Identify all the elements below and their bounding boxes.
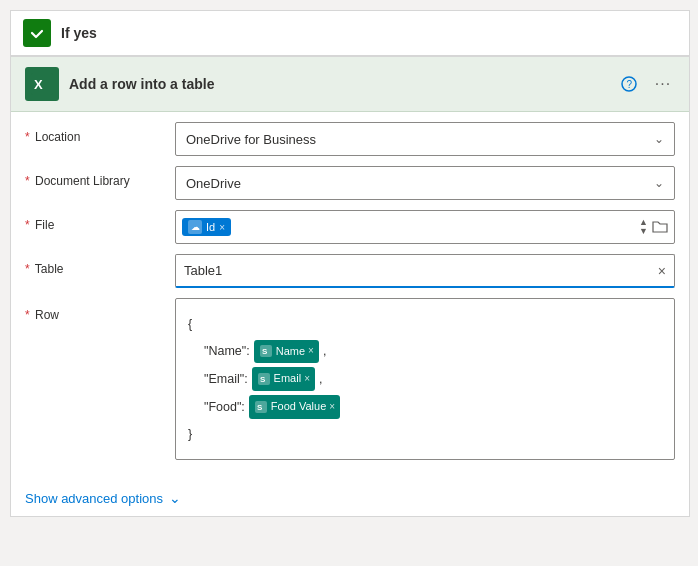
show-advanced-label: Show advanced options [25,491,163,506]
file-right-icons: ▲ ▼ [639,218,648,236]
location-control: OneDrive for Business ⌄ [175,122,675,156]
email-token-icon: S [257,372,271,386]
row-required-star: * [25,308,30,322]
row-close-brace-line: } [188,423,662,446]
location-chevron-icon: ⌄ [654,132,664,146]
food-token-text: Food Value [271,397,326,417]
open-brace-text: { [188,313,192,336]
table-clear-icon[interactable]: × [658,263,666,279]
table-control: Table1 × [175,254,675,288]
if-yes-check-icon [23,19,51,47]
location-select[interactable]: OneDrive for Business ⌄ [175,122,675,156]
header-actions: ? ··· [617,72,675,96]
more-dots-icon: ··· [655,75,671,93]
file-token-text: Id [206,221,215,233]
table-input-field[interactable]: Table1 × [175,254,675,288]
svg-text:S: S [257,403,263,412]
table-label: * Table [25,254,175,276]
document-library-value: OneDrive [186,176,241,191]
name-token: S Name × [254,340,319,364]
location-label: * Location [25,122,175,144]
file-token: ☁ Id × [182,218,231,236]
name-key-text: "Name": [204,340,250,363]
row-email-line: "Email": S Email × , [188,367,662,391]
svg-text:?: ? [627,79,633,90]
table-required-star: * [25,262,30,276]
name-comma: , [323,340,326,363]
help-button[interactable]: ? [617,72,641,96]
document-library-label: * Document Library [25,166,175,188]
row-label: * Row [25,298,175,322]
document-library-row: * Document Library OneDrive ⌄ [25,166,675,200]
food-key-text: "Food": [204,396,245,419]
email-comma: , [319,368,322,391]
email-key-text: "Email": [204,368,248,391]
file-input-area[interactable]: ☁ Id × ▲ ▼ [175,210,675,244]
doc-lib-chevron-icon: ⌄ [654,176,664,190]
close-brace-text: } [188,423,192,446]
card-title: Add a row into a table [69,76,617,92]
file-label: * File [25,210,175,232]
file-required-star: * [25,218,30,232]
email-token-text: Email [274,369,302,389]
excel-icon: X [25,67,59,101]
cloud-icon: ☁ [188,220,202,234]
location-value: OneDrive for Business [186,132,316,147]
email-token: S Email × [252,367,315,391]
svg-text:S: S [260,375,266,384]
if-yes-label: If yes [61,25,97,41]
svg-text:S: S [262,347,268,356]
file-control: ☁ Id × ▲ ▼ [175,210,675,244]
food-token-icon: S [254,400,268,414]
name-token-close[interactable]: × [308,342,314,360]
row-control: { "Name": S Name [175,298,675,460]
if-yes-bar: If yes [10,10,690,56]
card-header: X Add a row into a table ? ··· [11,57,689,112]
table-value: Table1 [184,263,658,278]
file-row: * File ☁ Id × ▲ ▼ [25,210,675,244]
show-advanced-options[interactable]: Show advanced options ⌄ [11,480,689,516]
doc-lib-required-star: * [25,174,30,188]
row-open-brace-line: { [188,313,662,336]
location-row: * Location OneDrive for Business ⌄ [25,122,675,156]
food-token-close[interactable]: × [329,398,335,416]
main-card: X Add a row into a table ? ··· * Locatio… [10,56,690,517]
name-token-text: Name [276,342,305,362]
form-body: * Location OneDrive for Business ⌄ * Doc… [11,112,689,480]
show-advanced-chevron-icon: ⌄ [169,490,181,506]
document-library-select[interactable]: OneDrive ⌄ [175,166,675,200]
email-token-close[interactable]: × [304,370,310,388]
location-required-star: * [25,130,30,144]
folder-icon[interactable] [652,219,668,236]
name-token-icon: S [259,344,273,358]
row-editor[interactable]: { "Name": S Name [175,298,675,460]
document-library-control: OneDrive ⌄ [175,166,675,200]
more-options-button[interactable]: ··· [651,72,675,96]
file-arrows: ▲ ▼ [639,218,648,236]
svg-text:X: X [34,77,43,92]
table-row-form: * Table Table1 × [25,254,675,288]
file-token-close[interactable]: × [219,222,225,233]
row-food-line: "Food": S Food Value × [188,395,662,419]
row-field-row: * Row { "Name": S [25,298,675,460]
arrow-down-icon[interactable]: ▼ [639,227,648,236]
row-name-line: "Name": S Name × , [188,340,662,364]
food-token: S Food Value × [249,395,340,419]
